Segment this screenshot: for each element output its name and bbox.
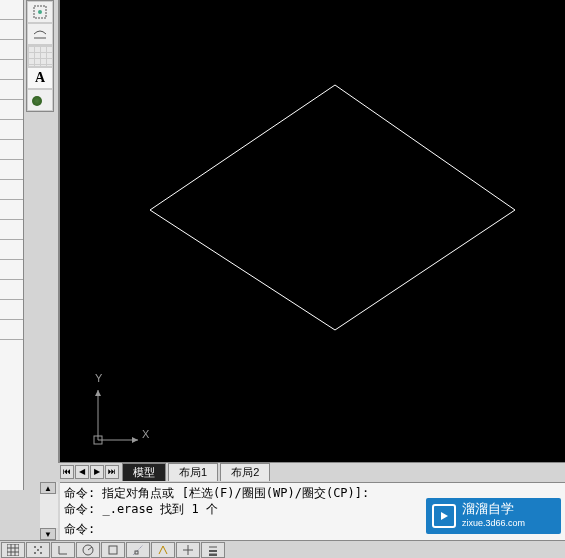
ruler-tick xyxy=(0,240,23,260)
command-scrollbar[interactable]: ▲ ▼ xyxy=(40,482,58,540)
ruler-tick xyxy=(0,120,23,140)
scroll-down-button[interactable]: ▼ xyxy=(40,528,56,540)
svg-rect-22 xyxy=(109,546,117,554)
svg-point-16 xyxy=(40,552,42,554)
tab-first-button[interactable]: ⏮ xyxy=(60,465,74,479)
svg-rect-24 xyxy=(135,551,138,554)
ruler-tick xyxy=(0,100,23,120)
status-grid-button[interactable] xyxy=(1,542,25,558)
command-prompt: 命令: xyxy=(64,521,95,537)
osnap-icon xyxy=(107,544,119,556)
watermark-cn: 溜溜自学 xyxy=(462,502,525,516)
ruler-tick xyxy=(0,220,23,240)
watermark-text: 溜溜自学 zixue.3d66.com xyxy=(462,502,525,530)
status-bar xyxy=(0,540,565,558)
dyn-icon xyxy=(182,544,194,556)
left-ruler xyxy=(0,0,24,490)
scroll-track[interactable] xyxy=(40,494,58,528)
tab-prev-button[interactable]: ◀ xyxy=(75,465,89,479)
watermark-en: zixue.3d66.com xyxy=(462,516,525,530)
polar-icon xyxy=(82,544,94,556)
ucs-icon xyxy=(78,372,158,452)
layout-tab-bar: ⏮ ◀ ▶ ⏭ 模型 布局1 布局2 xyxy=(58,462,565,480)
tab-next-button[interactable]: ▶ xyxy=(90,465,104,479)
play-icon xyxy=(432,504,456,528)
watermark: 溜溜自学 zixue.3d66.com xyxy=(426,498,561,534)
status-ducs-button[interactable] xyxy=(151,542,175,558)
status-snap-button[interactable] xyxy=(26,542,50,558)
ruler-tick xyxy=(0,280,23,300)
ruler-tick xyxy=(0,60,23,80)
ducs-icon xyxy=(157,544,169,556)
lwt-icon xyxy=(207,544,219,556)
status-ortho-button[interactable] xyxy=(51,542,75,558)
svg-point-1 xyxy=(38,10,42,14)
scroll-up-button[interactable]: ▲ xyxy=(40,482,56,494)
snap-icon xyxy=(32,544,44,556)
svg-line-21 xyxy=(88,547,92,550)
ruler-tick xyxy=(0,160,23,180)
ruler-tick xyxy=(0,320,23,340)
tab-last-button[interactable]: ⏭ xyxy=(105,465,119,479)
otrack-icon xyxy=(132,544,144,556)
ruler-tick xyxy=(0,0,23,20)
svg-rect-8 xyxy=(7,544,19,556)
table-tool-button[interactable] xyxy=(27,45,53,67)
ruler-tick xyxy=(0,20,23,40)
status-lwt-button[interactable] xyxy=(201,542,225,558)
ruler-tick xyxy=(0,140,23,160)
ruler-tick xyxy=(0,260,23,280)
style-tool-button[interactable] xyxy=(27,23,53,45)
svg-marker-6 xyxy=(132,437,138,443)
drawing-canvas[interactable]: Y X xyxy=(58,0,565,462)
grid-icon xyxy=(7,544,19,556)
svg-point-14 xyxy=(40,546,42,548)
ruler-tick xyxy=(0,40,23,60)
ortho-icon xyxy=(57,544,69,556)
svg-point-13 xyxy=(34,546,36,548)
status-osnap-button[interactable] xyxy=(101,542,125,558)
status-dyn-button[interactable] xyxy=(176,542,200,558)
ruler-tick xyxy=(0,180,23,200)
tool-palette: A xyxy=(26,0,54,112)
tab-nav-controls: ⏮ ◀ ▶ ⏭ xyxy=(60,465,120,479)
tab-model[interactable]: 模型 xyxy=(122,463,166,481)
svg-point-17 xyxy=(37,549,39,551)
ruler-tick xyxy=(0,200,23,220)
color-tool-button[interactable] xyxy=(27,89,53,111)
osnap-tool-button[interactable] xyxy=(27,1,53,23)
svg-marker-30 xyxy=(441,512,448,520)
diamond-shape xyxy=(150,85,515,330)
tab-layout2[interactable]: 布局2 xyxy=(220,463,270,481)
tab-layout1[interactable]: 布局1 xyxy=(168,463,218,481)
ruler-tick xyxy=(0,300,23,320)
text-tool-button[interactable]: A xyxy=(27,67,53,89)
ruler-tick xyxy=(0,80,23,100)
svg-point-15 xyxy=(34,552,36,554)
svg-marker-7 xyxy=(95,390,101,396)
status-otrack-button[interactable] xyxy=(126,542,150,558)
status-polar-button[interactable] xyxy=(76,542,100,558)
